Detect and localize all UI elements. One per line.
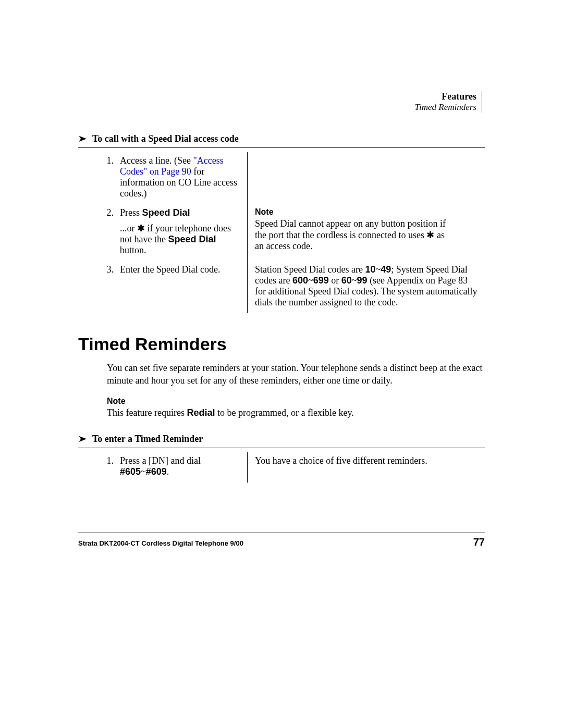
code: 699 <box>313 275 329 286</box>
running-head: Features Timed Reminders <box>414 91 482 113</box>
code: 600 <box>292 275 308 286</box>
step-action: Access a line. (See "Access Codes" on Pa… <box>116 152 248 204</box>
text: Press <box>120 207 142 218</box>
page: Features Timed Reminders ➤ To call with … <box>0 0 563 728</box>
page-footer: Strata DKT2004-CT Cordless Digital Telep… <box>78 533 485 548</box>
key-name: Speed Dial <box>142 207 190 218</box>
procedure-heading: ➤ To call with a Speed Dial access code <box>78 133 485 144</box>
step-result: You have a choice of five different remi… <box>248 452 485 483</box>
code: 99 <box>357 275 368 286</box>
text: Access a line. (See <box>120 155 191 166</box>
step-number: 1. <box>78 152 116 204</box>
arrow-icon: ➤ <box>78 133 87 144</box>
step-result: Station Speed Dial codes are 10~49; Syst… <box>248 261 485 313</box>
code: #609 <box>146 466 167 477</box>
key-name: Speed Dial <box>168 234 216 244</box>
step-number: 3. <box>78 261 116 313</box>
code: 60 <box>341 275 352 286</box>
text: Press a [DN] and dial <box>120 455 201 466</box>
header-section: Features <box>414 91 476 102</box>
footer-rule <box>78 533 485 533</box>
section-heading: Timed Reminders <box>78 334 485 354</box>
note-body: This feature requires Redial to be progr… <box>107 408 451 418</box>
tilde: ~ <box>375 264 381 275</box>
text: or <box>329 275 341 286</box>
body-paragraph: You can set five separate reminders at y… <box>107 362 485 387</box>
tilde: ~ <box>308 275 313 286</box>
step-number: 1. <box>78 452 116 483</box>
code: 10 <box>365 264 375 275</box>
tilde: ~ <box>352 275 357 286</box>
text: This feature requires <box>107 408 187 418</box>
footer-doc-title: Strata DKT2004-CT Cordless Digital Telep… <box>78 539 243 547</box>
text: . <box>167 466 169 477</box>
rule <box>78 147 485 148</box>
step-action: Press a [DN] and dial #605~#609. <box>116 452 248 483</box>
text: Station Speed Dial codes are <box>255 264 365 275</box>
header-subsection: Timed Reminders <box>414 102 476 113</box>
page-number: 77 <box>473 536 485 548</box>
step-result <box>248 152 485 204</box>
text: ...or <box>120 223 137 233</box>
rule <box>78 448 485 448</box>
step-number: 2. <box>78 204 116 261</box>
text: Speed Dial cannot appear on any button p… <box>255 218 446 240</box>
procedure-heading: ➤ To enter a Timed Reminder <box>78 433 485 445</box>
steps-table: 1. Access a line. (See "Access Codes" on… <box>78 152 485 313</box>
tilde: ~ <box>141 466 146 477</box>
key-name: Redial <box>187 408 215 418</box>
text: to be programmed, or a flexible key. <box>215 408 353 418</box>
code: 49 <box>381 264 391 275</box>
note-label: Note <box>255 207 280 217</box>
step-row: 1. Access a line. (See "Access Codes" on… <box>78 152 485 204</box>
step-result: Note Speed Dial cannot appear on any but… <box>248 204 485 261</box>
star-key-icon: ✱ <box>137 223 145 233</box>
running-head-box: Features Timed Reminders <box>414 91 482 113</box>
note-body: Speed Dial cannot appear on any button p… <box>255 218 454 252</box>
star-key-icon: ✱ <box>426 230 434 240</box>
steps-table: 1. Press a [DN] and dial #605~#609. You … <box>78 452 485 483</box>
step-action: Press Speed Dial ...or ✱ if your telepho… <box>116 204 248 261</box>
step-row: 2. Press Speed Dial ...or ✱ if your tele… <box>78 204 485 261</box>
step-row: 3. Enter the Speed Dial code. Station Sp… <box>78 261 485 313</box>
procedure-title: To enter a Timed Reminder <box>92 434 203 445</box>
step-action: Enter the Speed Dial code. <box>116 261 248 313</box>
note-paragraph: Note This feature requires Redial to be … <box>107 397 485 418</box>
note-label: Note <box>107 397 138 406</box>
arrow-icon: ➤ <box>78 433 87 445</box>
code: #605 <box>120 466 141 477</box>
procedure-title: To call with a Speed Dial access code <box>92 133 239 144</box>
text: button. <box>120 245 146 255</box>
footer-row: Strata DKT2004-CT Cordless Digital Telep… <box>78 536 485 548</box>
step-row: 1. Press a [DN] and dial #605~#609. You … <box>78 452 485 483</box>
